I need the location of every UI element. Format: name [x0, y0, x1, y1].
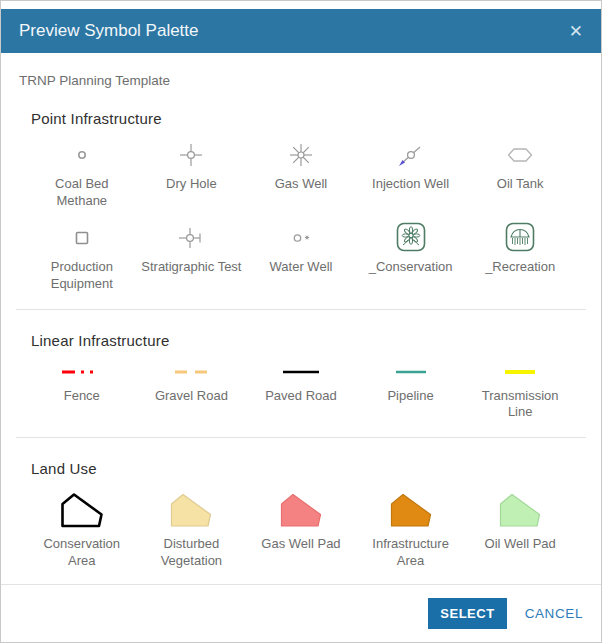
- coal-bed-methane-symbol: [62, 139, 102, 171]
- fence-line-symbol: [37, 361, 127, 383]
- symbol-cell: Stratigraphic Test: [137, 222, 247, 293]
- dry-hole-symbol: [171, 139, 211, 171]
- section-heading: Land Use: [31, 460, 571, 477]
- recreation-point-symbol: [503, 222, 537, 254]
- symbol-cell: Dry Hole: [137, 139, 247, 210]
- symbol-cell: Pipeline: [356, 361, 466, 422]
- template-name: TRNP Planning Template: [19, 73, 583, 88]
- paved-road-line-symbol: [256, 361, 346, 383]
- symbol-label: Infrastructure Area: [359, 536, 463, 570]
- symbol-label: Disturbed Vegetation: [139, 536, 243, 570]
- symbol-label: Dry Hole: [166, 176, 217, 193]
- infrastructure-area-polygon-symbol: [388, 489, 434, 531]
- section-linear-infrastructure: Linear InfrastructureFenceGravel RoadPav…: [1, 332, 601, 422]
- transmission-line-symbol: [475, 361, 565, 383]
- symbol-cell: Coal Bed Methane: [27, 139, 137, 210]
- symbol-cell: Production Equipment: [27, 222, 137, 293]
- section-heading: Point Infrastructure: [31, 110, 571, 127]
- water-well-symbol: [281, 222, 321, 254]
- symbol-cell: Infrastructure Area: [356, 489, 466, 570]
- conservation-area-polygon-symbol: [59, 489, 105, 531]
- symbol-label: _Recreation: [485, 259, 555, 276]
- symbol-label: Gas Well Pad: [261, 536, 340, 553]
- pipeline-line-symbol: [366, 361, 456, 383]
- symbol-label: Transmission Line: [468, 388, 572, 422]
- gas-well-symbol: [281, 139, 321, 171]
- symbol-cell: Gas Well: [246, 139, 356, 210]
- symbol-label: Coal Bed Methane: [30, 176, 134, 210]
- select-button[interactable]: SELECT: [428, 598, 506, 629]
- symbol-label: Oil Tank: [497, 176, 544, 193]
- symbol-label: Gas Well: [275, 176, 328, 193]
- symbol-grid: Coal Bed MethaneDry HoleGas WellInjectio…: [27, 139, 575, 293]
- section-point-infrastructure: Point InfrastructureCoal Bed MethaneDry …: [1, 110, 601, 293]
- symbol-grid: Conservation AreaDisturbed VegetationGas…: [27, 489, 575, 570]
- symbol-label: Injection Well: [372, 176, 449, 193]
- symbol-cell: Gas Well Pad: [246, 489, 356, 570]
- symbol-cell: Gravel Road: [137, 361, 247, 422]
- divider: [16, 437, 586, 438]
- production-equipment-symbol: [62, 222, 102, 254]
- symbol-cell: _Recreation: [465, 222, 575, 293]
- oil-well-pad-polygon-symbol: [497, 489, 543, 531]
- gas-well-pad-polygon-symbol: [278, 489, 324, 531]
- symbol-label: Conservation Area: [30, 536, 134, 570]
- section-land-use: Land UseConservation AreaDisturbed Veget…: [1, 460, 601, 570]
- divider: [16, 309, 586, 310]
- section-heading: Linear Infrastructure: [31, 332, 571, 349]
- dialog-title: Preview Symbol Palette: [19, 21, 199, 41]
- symbol-cell: Oil Tank: [465, 139, 575, 210]
- disturbed-vegetation-polygon-symbol: [168, 489, 214, 531]
- symbol-cell: Fence: [27, 361, 137, 422]
- symbol-cell: Disturbed Vegetation: [137, 489, 247, 570]
- close-icon[interactable]: ✕: [569, 23, 583, 40]
- dialog-footer: SELECT CANCEL: [1, 585, 601, 642]
- symbol-label: Pipeline: [387, 388, 433, 405]
- dialog-header: Preview Symbol Palette ✕: [1, 9, 601, 53]
- symbol-label: Fence: [64, 388, 100, 405]
- stratigraphic-test-symbol: [171, 222, 211, 254]
- conservation-point-symbol: [394, 222, 428, 254]
- oil-tank-symbol: [500, 139, 540, 171]
- gravel-road-line-symbol: [146, 361, 236, 383]
- symbol-cell: Injection Well: [356, 139, 466, 210]
- symbol-cell: Transmission Line: [465, 361, 575, 422]
- symbol-cell: Water Well: [246, 222, 356, 293]
- symbol-label: Oil Well Pad: [485, 536, 556, 553]
- symbol-cell: _Conservation: [356, 222, 466, 293]
- symbol-cell: Paved Road: [246, 361, 356, 422]
- symbol-label: Paved Road: [265, 388, 337, 405]
- cancel-button[interactable]: CANCEL: [525, 606, 583, 621]
- sections: Point InfrastructureCoal Bed MethaneDry …: [1, 110, 601, 585]
- symbol-label: _Conservation: [369, 259, 453, 276]
- preview-symbol-palette-dialog: Preview Symbol Palette ✕ TRNP Planning T…: [0, 0, 602, 643]
- symbol-cell: Oil Well Pad: [465, 489, 575, 570]
- symbol-grid: FenceGravel RoadPaved RoadPipelineTransm…: [27, 361, 575, 422]
- symbol-label: Gravel Road: [155, 388, 228, 405]
- symbol-label: Water Well: [270, 259, 333, 276]
- symbol-label: Stratigraphic Test: [141, 259, 241, 276]
- injection-well-symbol: [391, 139, 431, 171]
- dialog-body: TRNP Planning Template Point Infrastruct…: [1, 53, 601, 585]
- symbol-label: Production Equipment: [30, 259, 134, 293]
- symbol-cell: Conservation Area: [27, 489, 137, 570]
